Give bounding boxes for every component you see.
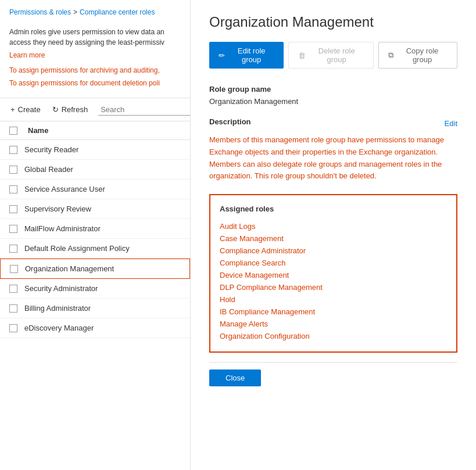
panel-title: Organization Management <box>209 14 457 30</box>
breadcrumb-link-compliance[interactable]: Compliance center roles <box>80 8 155 16</box>
close-bar: Close <box>209 362 457 393</box>
item-name: Organization Management <box>25 264 180 273</box>
item-name: Global Reader <box>24 165 181 174</box>
action-buttons: ✏ Edit role group 🗑 Delete role group ⧉ … <box>209 42 457 69</box>
right-panel: Organization Management ✏ Edit role grou… <box>191 0 476 470</box>
role-item[interactable]: Case Management <box>220 232 447 245</box>
list-item[interactable]: Security Administrator <box>0 279 190 299</box>
breadcrumb: Permissions & roles > Compliance center … <box>0 0 190 22</box>
role-item[interactable]: Organization Configuration <box>220 330 447 342</box>
item-checkbox[interactable] <box>9 245 17 253</box>
list-item[interactable]: Billing Administrator <box>0 299 190 318</box>
learn-more-link[interactable]: Learn more <box>9 51 45 59</box>
edit-pencil-icon: ✏ <box>219 51 225 60</box>
list-item[interactable]: Supervisory Review <box>0 199 190 219</box>
delete-icon: 🗑 <box>298 51 306 60</box>
list-item[interactable]: Service Assurance User <box>0 180 190 199</box>
role-item[interactable]: Compliance Search <box>220 257 447 269</box>
info-line1: Admin roles give users permission to vie… <box>9 27 181 48</box>
description-edit-link[interactable]: Edit <box>445 119 457 128</box>
left-panel: Permissions & roles > Compliance center … <box>0 0 191 470</box>
description-label: Description <box>209 117 251 126</box>
close-button[interactable]: Close <box>209 369 261 386</box>
assigned-roles-box: Assigned roles Audit Logs Case Managemen… <box>209 194 457 353</box>
info-line2: To assign permissions for archiving and … <box>9 65 181 76</box>
item-checkbox[interactable] <box>9 304 17 313</box>
plus-icon: + <box>10 105 15 114</box>
breadcrumb-separator: > <box>73 8 77 16</box>
create-label: Create <box>18 105 41 114</box>
item-name: Billing Administrator <box>24 304 181 313</box>
delete-button-label: Delete role group <box>309 46 364 64</box>
copy-icon: ⧉ <box>388 51 393 60</box>
toolbar: + Create ↻ Refresh <box>0 98 190 121</box>
item-checkbox[interactable] <box>10 265 18 273</box>
list-item-organization-management[interactable]: Organization Management <box>0 259 190 279</box>
assigned-roles-title: Assigned roles <box>220 204 447 213</box>
item-name: Service Assurance User <box>24 185 181 193</box>
refresh-label: Refresh <box>62 105 88 114</box>
role-item[interactable]: Audit Logs <box>220 220 447 232</box>
edit-role-group-button[interactable]: ✏ Edit role group <box>209 42 284 69</box>
copy-button-label: Copy role group <box>397 46 448 64</box>
list-item[interactable]: MailFlow Administrator <box>0 219 190 239</box>
role-item[interactable]: IB Compliance Management <box>220 306 447 318</box>
role-item[interactable]: Manage Alerts <box>220 318 447 330</box>
item-name: Security Reader <box>24 145 181 154</box>
list-item[interactable]: Security Reader <box>0 140 190 160</box>
description-text: Members of this management role group ha… <box>209 134 457 182</box>
item-checkbox[interactable] <box>9 205 17 213</box>
create-button[interactable]: + Create <box>9 103 42 116</box>
header-name: Name <box>28 126 181 135</box>
breadcrumb-link-permissions[interactable]: Permissions & roles <box>9 8 71 16</box>
list-item[interactable]: eDiscovery Manager <box>0 318 190 338</box>
info-line3: To assign permissions for document delet… <box>9 78 181 88</box>
role-item[interactable]: Device Management <box>220 269 447 281</box>
copy-role-group-button[interactable]: ⧉ Copy role group <box>378 42 457 69</box>
item-checkbox[interactable] <box>9 185 17 193</box>
description-header: Description Edit <box>209 117 457 130</box>
description-section: Description Edit Members of this managem… <box>209 117 457 182</box>
item-checkbox[interactable] <box>9 285 17 293</box>
role-group-name-value: Organization Management <box>209 97 457 106</box>
list-header: Name <box>0 121 190 140</box>
item-checkbox[interactable] <box>9 166 17 174</box>
refresh-button[interactable]: ↻ Refresh <box>51 103 90 116</box>
refresh-icon: ↻ <box>52 105 59 114</box>
item-name: Supervisory Review <box>24 204 181 213</box>
item-name: MailFlow Administrator <box>24 224 181 233</box>
list-item[interactable]: Default Role Assignment Policy <box>0 239 190 259</box>
role-item[interactable]: Compliance Administrator <box>220 245 447 257</box>
role-group-name-label: Role group name <box>209 85 457 94</box>
edit-button-label: Edit role group <box>228 46 274 64</box>
list-items: Security Reader Global Reader Service As… <box>0 140 190 470</box>
list-item[interactable]: Global Reader <box>0 160 190 180</box>
header-check <box>9 127 21 135</box>
item-name: eDiscovery Manager <box>24 324 181 332</box>
info-section: Admin roles give users permission to vie… <box>0 22 190 98</box>
item-name: Default Role Assignment Policy <box>24 244 181 253</box>
item-checkbox[interactable] <box>9 225 17 233</box>
item-checkbox[interactable] <box>9 146 17 154</box>
delete-role-group-button[interactable]: 🗑 Delete role group <box>288 42 374 69</box>
item-name: Security Administrator <box>24 284 181 293</box>
role-item[interactable]: DLP Compliance Management <box>220 281 447 293</box>
role-item[interactable]: Hold <box>220 293 447 306</box>
search-input[interactable] <box>98 104 191 116</box>
item-checkbox[interactable] <box>9 324 17 332</box>
